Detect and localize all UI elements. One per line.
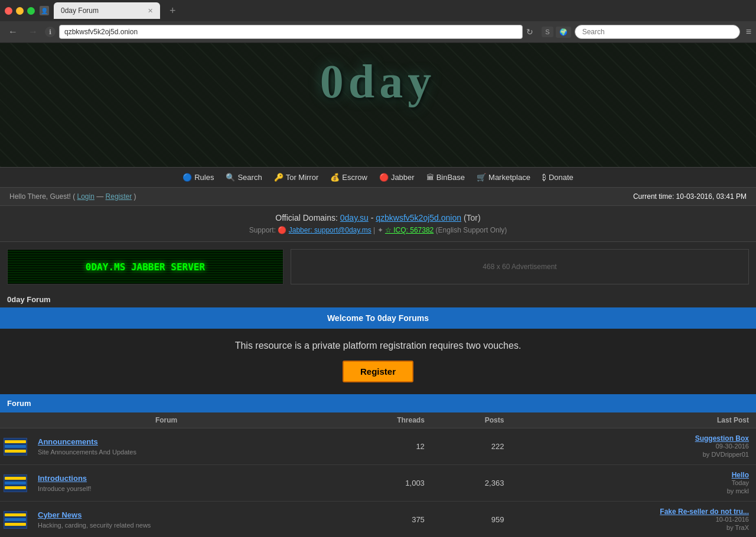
forum-description: Hacking, carding, security related news [38,522,151,529]
refresh-button[interactable]: ↻ [526,27,533,37]
forum-icon [4,511,27,529]
forum-name-cell: Introductions Introduce yourself! [31,465,333,502]
nav-search[interactable]: 🔍 Search [221,171,266,184]
last-post-title-link[interactable]: Hello [518,471,749,479]
forum-title-link[interactable]: Cyber News [38,510,325,519]
col-threads: Threads [333,412,432,428]
rules-icon: 🔵 [183,173,192,182]
binbase-icon: 🏛 [426,173,434,182]
nav-donate[interactable]: ₿ Donate [537,171,578,184]
table-row: Cyber News Hacking, carding, security re… [0,502,756,538]
forum-table: Forum Forum Threads Posts Last Post Anno… [0,394,756,537]
nav-jabber-label: Jabber [391,173,415,182]
register-button[interactable]: Register [343,361,413,382]
address-input[interactable] [59,25,523,39]
search-input[interactable] [575,25,740,39]
forum-threads-count: 1,003 [333,465,432,502]
search-icon: 🔍 [226,173,235,182]
nav-marketplace-label: Marketplace [488,173,530,182]
english-only: (English Support Only) [436,226,507,234]
last-post-date: 09-30-2016 [518,443,749,450]
forum-icon-cell [0,502,31,538]
ad-placeholder: 468 x 60 Advertisement [291,249,749,284]
nav-binbase-label: BinBase [436,173,465,182]
forum-breadcrumb: 0day Forum [0,292,756,307]
last-post-user: by mckl [727,487,749,495]
col-posts: Posts [432,412,511,428]
forum-title-link[interactable]: Announcements [38,437,325,446]
escrow-icon: 💰 [330,173,340,182]
nav-tor-label: Tor Mirror [286,173,319,182]
domain1-link[interactable]: 0day.su [340,213,369,222]
toolbar-icon-1: S [542,27,553,37]
nav-binbase[interactable]: 🏛 BinBase [422,171,470,184]
last-post-title-link[interactable]: Suggestion Box [518,434,749,443]
browser-tab[interactable]: 0day Forum ✕ [54,2,160,19]
forum-subheader: Forum Threads Posts Last Post [0,412,756,428]
address-bar: ← → ℹ ↻ S 🌍 ≡ [0,21,756,42]
close-button[interactable] [5,7,12,15]
title-bar: 👤 0day Forum ✕ + [0,0,756,21]
current-time-label: Current time: [633,192,676,201]
forum-table-header: Forum [0,394,756,412]
forum-icon [4,474,27,492]
forum-description: Introduce yourself! [38,485,92,492]
forum-icon [4,438,27,456]
site-logo: 0day [0,43,756,109]
tab-close-icon[interactable]: ✕ [148,7,153,15]
domain-separator: - [371,213,376,222]
info-bar: Hello There, Guest! ( Login — Register )… [0,188,756,206]
maximize-button[interactable] [27,7,35,15]
breadcrumb-text: 0day Forum [7,295,51,304]
marketplace-icon: 🛒 [477,173,486,182]
login-link[interactable]: Login [77,192,94,201]
tor-icon: 🔑 [274,173,284,182]
minimize-button[interactable] [16,7,24,15]
hamburger-menu-icon[interactable]: ≡ [746,27,751,37]
icq-link[interactable]: ☆ ICQ: 567382 [385,226,434,234]
back-button[interactable]: ← [5,25,21,38]
forum-name-cell: Announcements Site Announcements And Upd… [31,428,333,465]
window-controls [5,7,35,15]
nav-rules[interactable]: 🔵 Rules [178,171,219,184]
nav-escrow[interactable]: 💰 Escrow [325,171,372,184]
donate-icon: ₿ [542,173,546,182]
browser-chrome: 👤 0day Forum ✕ + ← → ℹ ↻ S 🌍 ≡ [0,0,756,43]
forum-title-link[interactable]: Introductions [38,474,325,483]
last-post-user: by DVDripper01 [703,451,749,458]
col-last-post: Last Post [511,412,756,428]
forum-posts-count: 2,363 [432,465,511,502]
new-tab-button[interactable]: + [165,5,181,17]
nav-search-label: Search [237,173,262,182]
forward-button[interactable]: → [25,25,41,38]
nav-tor-mirror[interactable]: 🔑 Tor Mirror [269,171,324,184]
nav-marketplace[interactable]: 🛒 Marketplace [472,171,535,184]
last-post-title-link[interactable]: Fake Re-seller do not tru... [518,507,749,516]
nav-jabber[interactable]: 🔴 Jabber [374,171,419,184]
official-domains-text: Official Domains: [275,213,340,222]
last-post-user: by TraX [726,524,749,531]
private-notice-text: This resource is a private platform regi… [12,340,744,351]
support-label: Support: [249,226,276,234]
forum-header-title: Forum [0,394,333,412]
greeting-end: ) [134,192,136,201]
forum-threads-count: 375 [333,502,432,538]
private-notice: This resource is a private platform regi… [0,329,756,394]
ad-placeholder-text: 468 x 60 Advertisement [483,263,556,271]
tab-title: 0day Forum [61,6,143,15]
icq-icon: ✦ [377,226,385,234]
current-time: 10-03-2016, 03:41 PM [676,192,747,201]
nav-donate-label: Donate [549,173,573,182]
welcome-title: Welcome To 0day Forums [327,313,429,323]
register-link[interactable]: Register [106,192,132,201]
last-post-date: Today [518,479,749,486]
site-header: 0day [0,43,756,167]
domain2-link[interactable]: qzbkwsfv5k2oj5d.onion [376,213,461,222]
jabber-banner[interactable]: 0DAY.MS JABBER SERVER [7,249,284,284]
welcome-bar: Welcome To 0day Forums [0,307,756,329]
jabber-support-link[interactable]: Jabber: support@0day.ms [289,226,372,234]
forum-posts-count: 222 [432,428,511,465]
forum-name-cell: Cyber News Hacking, carding, security re… [31,502,333,538]
info-bar-right: Current time: 10-03-2016, 03:41 PM [633,192,747,201]
secure-icon: ℹ [45,27,56,37]
